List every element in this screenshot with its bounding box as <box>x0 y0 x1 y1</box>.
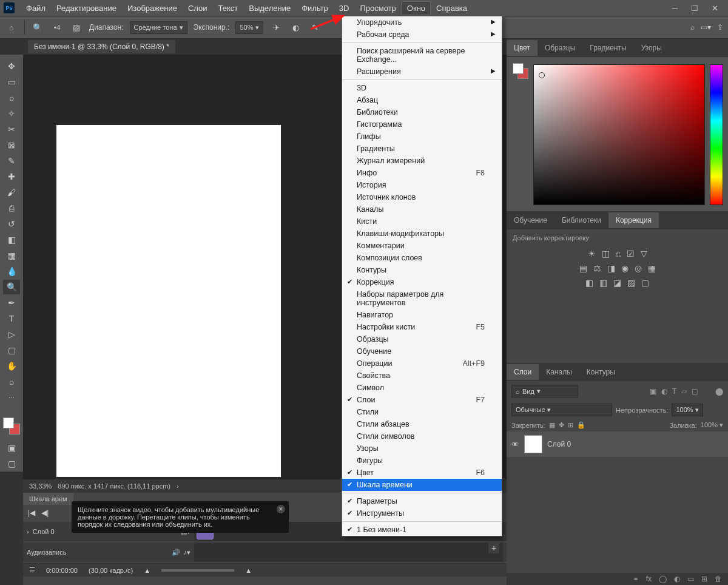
zoom-tool[interactable]: ⌕ <box>3 374 20 389</box>
screenmode-icon[interactable]: ▢ <box>3 456 20 471</box>
time-display[interactable]: 0:00:00:00 <box>46 567 78 574</box>
color-chips[interactable] <box>513 63 528 79</box>
menuitem-инструменты[interactable]: ✔Инструменты <box>342 507 502 519</box>
visibility-icon[interactable]: 👁 <box>511 440 519 449</box>
fx-icon[interactable]: fx <box>646 575 652 583</box>
menuitem-история[interactable]: История <box>342 179 502 191</box>
blur-tool[interactable]: 💧 <box>3 264 20 279</box>
menuitem-композиции-слоев[interactable]: Композиции слоев <box>342 252 502 264</box>
prev-frame-icon[interactable]: ◀| <box>41 509 49 517</box>
move-tool[interactable]: ✥ <box>3 59 20 73</box>
menuitem-стили-символов[interactable]: Стили символов <box>342 430 502 442</box>
colorbalance-icon[interactable]: ◨ <box>607 263 615 273</box>
photofilter-icon[interactable]: ◎ <box>635 263 642 273</box>
first-frame-icon[interactable]: |◀ <box>28 509 35 517</box>
hand-tool[interactable]: ✋ <box>3 359 20 373</box>
dodge-tool-icon[interactable]: 🔍 <box>31 21 44 34</box>
threshold-icon[interactable]: ◪ <box>613 278 621 288</box>
menuitem-упорядочить[interactable]: Упорядочить▶ <box>342 16 502 29</box>
marquee-tool[interactable]: ▭ <box>3 75 20 89</box>
zoom-level[interactable]: 33,33% <box>29 482 52 490</box>
menuitem-расширения[interactable]: Расширения▶ <box>342 66 502 78</box>
path-select-tool[interactable]: ▷ <box>3 327 20 342</box>
zoom-in-icon[interactable]: ▲ <box>245 567 252 574</box>
filter-smart-icon[interactable]: ▢ <box>692 387 698 396</box>
menuitem-клавиши-модификаторы[interactable]: Клавиши-модификаторы <box>342 228 502 240</box>
pressure-icon[interactable]: ✎ <box>308 21 322 34</box>
menuitem-градиенты[interactable]: Градиенты <box>342 143 502 155</box>
tab-цвет[interactable]: Цвет <box>507 40 538 56</box>
menu-справка[interactable]: Справка <box>431 1 473 15</box>
menuitem-образцы[interactable]: Образцы <box>342 333 502 345</box>
posterize-icon[interactable]: ▥ <box>599 278 607 288</box>
tab-каналы[interactable]: Каналы <box>539 364 579 380</box>
layer-kind-filter[interactable]: ⌕ Вид ▾ <box>511 385 578 397</box>
heal-tool[interactable]: ✚ <box>3 169 20 184</box>
menuitem-цвет[interactable]: ✔ЦветF6 <box>342 467 502 479</box>
hue-slider[interactable] <box>710 64 723 205</box>
triangle-icon[interactable]: ▽ <box>641 249 647 259</box>
exposure-dropdown[interactable]: 50% ▾ <box>235 21 263 34</box>
menuitem-коррекция[interactable]: ✔Коррекция <box>342 276 502 288</box>
menuitem-контуры[interactable]: Контуры <box>342 264 502 276</box>
tab-библиотеки[interactable]: Библиотеки <box>554 212 608 228</box>
brush-size-preview[interactable]: •4 <box>50 21 64 34</box>
menuitem-1-без-имени-1[interactable]: ✔1 Без имени-1 <box>342 524 502 536</box>
audio-track[interactable]: Аудиозапись🔊 ♪▾ + <box>23 543 507 562</box>
menu-фильтр[interactable]: Фильтр <box>296 1 334 15</box>
invert-icon[interactable]: ◧ <box>585 278 593 288</box>
workspace-icon[interactable]: ▭▾ <box>701 23 711 32</box>
tab-образцы[interactable]: Образцы <box>538 40 582 56</box>
close-icon[interactable]: ✕ <box>712 4 718 13</box>
tooltip-close-icon[interactable]: ✕ <box>277 505 285 513</box>
group-icon[interactable]: ▭ <box>687 575 694 583</box>
tab-узоры[interactable]: Узоры <box>634 40 669 56</box>
menu-выделение[interactable]: Выделение <box>243 1 296 15</box>
chevron-right-icon[interactable]: › <box>27 528 29 535</box>
mask-icon[interactable]: ◯ <box>659 575 667 583</box>
zoom-slider[interactable] <box>161 569 234 572</box>
dodge-tool[interactable]: 🔍 <box>3 280 20 294</box>
menuitem-шкала-времени[interactable]: ✔Шкала времени <box>342 479 502 491</box>
menuitem-операции[interactable]: ОперацииAlt+F9 <box>342 357 502 370</box>
tab-коррекция[interactable]: Коррекция <box>608 212 659 228</box>
menuitem-свойства[interactable]: Свойства <box>342 370 502 382</box>
menu-слои[interactable]: Слои <box>183 1 213 15</box>
menuitem-параметры[interactable]: ✔Параметры <box>342 495 502 507</box>
protect-tones-icon[interactable]: ◐ <box>289 21 302 34</box>
search-icon[interactable]: ⌕ <box>690 23 695 32</box>
shape-tool[interactable]: ▢ <box>3 343 20 357</box>
share-icon[interactable]: ⇪ <box>717 23 723 32</box>
layer-thumbnail[interactable] <box>524 435 542 453</box>
gradmap-icon[interactable]: ▨ <box>627 278 635 288</box>
channelmix-icon[interactable]: ▦ <box>648 263 656 273</box>
levels-icon[interactable]: ◫ <box>602 249 610 259</box>
menuitem-кисти[interactable]: Кисти <box>342 215 502 228</box>
gradient-tool[interactable]: ▦ <box>3 248 20 263</box>
filter-image-icon[interactable]: ▣ <box>650 387 656 396</box>
menuitem-узоры[interactable]: Узоры <box>342 442 502 455</box>
menuitem-наборы-параметров-для-инструментов[interactable]: Наборы параметров для инструментов <box>342 288 502 309</box>
menuitem-фигуры[interactable]: Фигуры <box>342 455 502 467</box>
menuitem-источник-клонов[interactable]: Источник клонов <box>342 191 502 203</box>
lock-all-icon[interactable]: 🔒 <box>577 421 585 429</box>
lock-position-icon[interactable]: ✥ <box>559 421 564 429</box>
quick-select-tool[interactable]: ✧ <box>3 106 20 121</box>
fill-value[interactable]: 100% ▾ <box>701 421 723 429</box>
tab-обучение[interactable]: Обучение <box>507 212 554 228</box>
menu-редактирование[interactable]: Редактирование <box>51 1 122 15</box>
chevron-right-icon[interactable]: › <box>177 482 179 490</box>
lasso-tool[interactable]: ⌕ <box>3 90 20 105</box>
opacity-value[interactable]: 100% ▾ <box>672 404 703 416</box>
menuitem-библиотеки[interactable]: Библиотеки <box>342 106 502 118</box>
crop-tool[interactable]: ✂ <box>3 122 20 137</box>
vibrance-icon[interactable]: ▤ <box>579 263 587 273</box>
menuitem-3d[interactable]: 3D <box>342 82 502 94</box>
bw-icon[interactable]: ◉ <box>621 263 629 273</box>
menuitem-навигатор[interactable]: Навигатор <box>342 309 502 321</box>
timeline-tab[interactable]: Шкала врем <box>23 493 73 505</box>
document-tab[interactable]: Без имени-1 @ 33,3% (Слой 0, RGB/8) * <box>28 40 175 53</box>
menuitem-обучение[interactable]: Обучение <box>342 345 502 357</box>
range-dropdown[interactable]: Средние тона ▾ <box>130 21 187 34</box>
brush-tool[interactable]: 🖌 <box>3 185 20 200</box>
